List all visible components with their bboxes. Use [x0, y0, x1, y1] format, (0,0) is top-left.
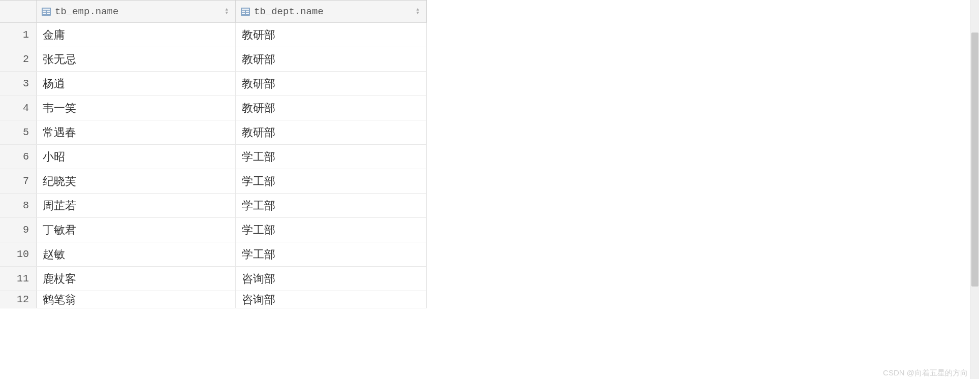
- table-row[interactable]: 8周芷若学工部: [0, 194, 427, 218]
- svg-rect-4: [43, 13, 46, 14]
- row-number-cell: 5: [0, 120, 37, 144]
- row-number-header[interactable]: [0, 1, 37, 22]
- row-number-cell: 7: [0, 169, 37, 193]
- dept-name-cell[interactable]: 学工部: [236, 194, 427, 217]
- dept-name-cell[interactable]: 咨询部: [236, 267, 427, 291]
- table-row[interactable]: 2张无忌教研部: [0, 47, 427, 72]
- column-type-icon: [241, 8, 250, 16]
- svg-rect-3: [47, 11, 50, 12]
- emp-name-cell[interactable]: 纪晓芙: [37, 169, 236, 193]
- emp-name-cell[interactable]: 金庸: [37, 23, 236, 47]
- dept-name-cell[interactable]: 教研部: [236, 47, 427, 71]
- emp-name-cell[interactable]: 鹿杖客: [37, 267, 236, 291]
- row-number-cell: 4: [0, 96, 37, 120]
- svg-rect-7: [242, 9, 249, 10]
- table-row[interactable]: 6小昭学工部: [0, 145, 427, 169]
- table-row[interactable]: 11鹿杖客咨询部: [0, 267, 427, 291]
- row-number-cell: 2: [0, 47, 37, 71]
- dept-name-cell[interactable]: 学工部: [236, 145, 427, 169]
- svg-rect-9: [246, 11, 249, 12]
- vertical-scrollbar[interactable]: [970, 0, 979, 379]
- dept-name-cell[interactable]: 教研部: [236, 120, 427, 144]
- column-type-icon: [42, 8, 51, 16]
- svg-rect-1: [43, 9, 50, 10]
- dept-name-cell[interactable]: 教研部: [236, 23, 427, 47]
- row-number-cell: 12: [0, 291, 37, 308]
- table-row[interactable]: 12鹤笔翁咨询部: [0, 291, 427, 308]
- row-number-cell: 8: [0, 194, 37, 217]
- row-number-cell: 9: [0, 218, 37, 242]
- column-label: tb_dept.name: [254, 6, 417, 17]
- emp-name-cell[interactable]: 常遇春: [37, 120, 236, 144]
- table-row[interactable]: 5常遇春教研部: [0, 120, 427, 145]
- emp-name-cell[interactable]: 鹤笔翁: [37, 291, 236, 308]
- dept-name-cell[interactable]: 学工部: [236, 169, 427, 193]
- dept-name-cell[interactable]: 咨询部: [236, 291, 427, 308]
- sort-icon[interactable]: ▲▼: [417, 8, 421, 15]
- row-number-cell: 6: [0, 145, 37, 169]
- emp-name-cell[interactable]: 韦一笑: [37, 96, 236, 120]
- row-number-cell: 1: [0, 23, 37, 47]
- table-row[interactable]: 10赵敏学工部: [0, 242, 427, 267]
- emp-name-cell[interactable]: 周芷若: [37, 194, 236, 217]
- emp-name-cell[interactable]: 杨逍: [37, 72, 236, 96]
- scrollbar-thumb[interactable]: [971, 33, 978, 287]
- svg-rect-10: [242, 13, 245, 14]
- sort-icon[interactable]: ▲▼: [226, 8, 230, 15]
- emp-name-cell[interactable]: 张无忌: [37, 47, 236, 71]
- dept-name-cell[interactable]: 教研部: [236, 96, 427, 120]
- emp-name-cell[interactable]: 小昭: [37, 145, 236, 169]
- row-number-cell: 11: [0, 267, 37, 291]
- dept-name-cell[interactable]: 学工部: [236, 242, 427, 266]
- emp-name-cell[interactable]: 赵敏: [37, 242, 236, 266]
- table-row[interactable]: 7纪晓芙学工部: [0, 169, 427, 194]
- svg-rect-2: [43, 11, 46, 12]
- table-row[interactable]: 4韦一笑教研部: [0, 96, 427, 120]
- watermark-text: CSDN @向着五星的方向: [883, 368, 968, 378]
- table-header-row: tb_emp.name ▲▼ tb_dept.name ▲▼: [0, 1, 427, 23]
- column-label: tb_emp.name: [55, 6, 226, 17]
- svg-rect-8: [242, 11, 245, 12]
- column-header-emp-name[interactable]: tb_emp.name ▲▼: [37, 1, 236, 22]
- emp-name-cell[interactable]: 丁敏君: [37, 218, 236, 242]
- svg-rect-11: [246, 13, 249, 14]
- column-header-dept-name[interactable]: tb_dept.name ▲▼: [236, 1, 427, 22]
- query-result-table: tb_emp.name ▲▼ tb_dept.name ▲▼ 1金庸教研部2张无…: [0, 0, 427, 308]
- table-row[interactable]: 9丁敏君学工部: [0, 218, 427, 242]
- dept-name-cell[interactable]: 教研部: [236, 72, 427, 96]
- dept-name-cell[interactable]: 学工部: [236, 218, 427, 242]
- svg-rect-5: [47, 13, 50, 14]
- row-number-cell: 3: [0, 72, 37, 96]
- row-number-cell: 10: [0, 242, 37, 266]
- table-row[interactable]: 1金庸教研部: [0, 23, 427, 47]
- table-row[interactable]: 3杨逍教研部: [0, 72, 427, 96]
- table-body: 1金庸教研部2张无忌教研部3杨逍教研部4韦一笑教研部5常遇春教研部6小昭学工部7…: [0, 23, 427, 308]
